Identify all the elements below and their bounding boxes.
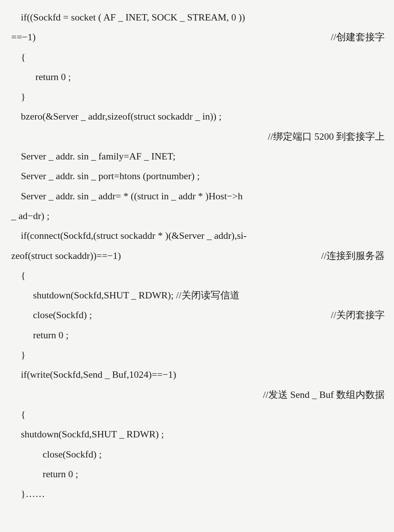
code-line: bzero(&Server _ addr,sizeof(struct socka… <box>11 107 385 126</box>
code-line: return 0 ; <box>11 67 385 87</box>
code-text: return 0 ; <box>11 464 78 484</box>
code-line: //绑定端口 5200 到套接字上 <box>11 127 385 146</box>
code-line: return 0 ; <box>11 464 385 484</box>
code-text: Server _ addr. sin _ addr= * ((struct in… <box>11 186 243 206</box>
code-text: if(write(Sockfd,Send _ Buf,1024)==−1) <box>11 365 176 384</box>
code-text: } <box>11 345 25 365</box>
code-text: if((Sockfd = socket ( AF _ INET, SOCK _ … <box>11 7 245 27</box>
code-text: Server _ addr. sin _ family=AF _ INET; <box>11 146 176 166</box>
code-text: close(Sockfd) ; <box>11 444 102 464</box>
code-line: close(Sockfd) ; <box>11 444 385 464</box>
code-text: zeof(struct sockaddr))==−1) <box>11 246 121 266</box>
code-line: return 0 ; <box>11 325 385 345</box>
code-line: Server _ addr. sin _ port=htons (portnum… <box>11 166 385 186</box>
code-line: } <box>11 345 385 365</box>
code-comment: //创建套接字 <box>331 27 385 47</box>
code-text: bzero(&Server _ addr,sizeof(struct socka… <box>11 107 221 126</box>
code-text: { <box>11 405 25 424</box>
code-text: shutdown(Sockfd,SHUT _ RDWR); //关闭读写信道 <box>11 285 240 305</box>
code-line: if((Sockfd = socket ( AF _ INET, SOCK _ … <box>11 7 385 27</box>
code-text: Server _ addr. sin _ port=htons (portnum… <box>11 166 200 186</box>
code-line: } <box>11 87 385 107</box>
code-line: Server _ addr. sin _ family=AF _ INET; <box>11 146 385 166</box>
code-text: { <box>11 47 25 67</box>
code-text: _ ad−dr) ; <box>11 206 50 226</box>
code-text: return 0 ; <box>11 325 69 345</box>
code-line: ==−1)//创建套接字 <box>11 27 385 47</box>
code-text: return 0 ; <box>11 67 71 87</box>
code-text: close(Sockfd) ; <box>11 305 92 325</box>
code-text: ==−1) <box>11 27 36 47</box>
code-line: { <box>11 47 385 67</box>
code-comment: //关闭套接字 <box>331 305 385 325</box>
code-text: if(connect(Sockfd,(struct sockaddr * )(&… <box>11 226 247 246</box>
code-line: { <box>11 405 385 424</box>
code-line: zeof(struct sockaddr))==−1)//连接到服务器 <box>11 246 385 266</box>
code-line: Server _ addr. sin _ addr= * ((struct in… <box>11 186 385 206</box>
code-text: { <box>11 266 25 285</box>
code-line: }…… <box>11 484 385 504</box>
code-text: shutdown(Sockfd,SHUT _ RDWR) ; <box>11 424 164 444</box>
code-line: shutdown(Sockfd,SHUT _ RDWR) ; <box>11 424 385 444</box>
code-line: _ ad−dr) ; <box>11 206 385 226</box>
code-comment: //连接到服务器 <box>321 246 385 266</box>
code-comment: //绑定端口 5200 到套接字上 <box>268 127 385 146</box>
code-line: { <box>11 266 385 285</box>
code-line: shutdown(Sockfd,SHUT _ RDWR); //关闭读写信道 <box>11 285 385 305</box>
code-line: if(connect(Sockfd,(struct sockaddr * )(&… <box>11 226 385 246</box>
code-line: //发送 Send _ Buf 数组内数据 <box>11 385 385 405</box>
code-line: if(write(Sockfd,Send _ Buf,1024)==−1) <box>11 365 385 384</box>
code-comment: //发送 Send _ Buf 数组内数据 <box>263 385 385 405</box>
code-line: close(Sockfd) ;//关闭套接字 <box>11 305 385 325</box>
code-listing: if((Sockfd = socket ( AF _ INET, SOCK _ … <box>11 7 385 504</box>
code-text: } <box>11 87 25 107</box>
code-text: }…… <box>11 484 45 504</box>
